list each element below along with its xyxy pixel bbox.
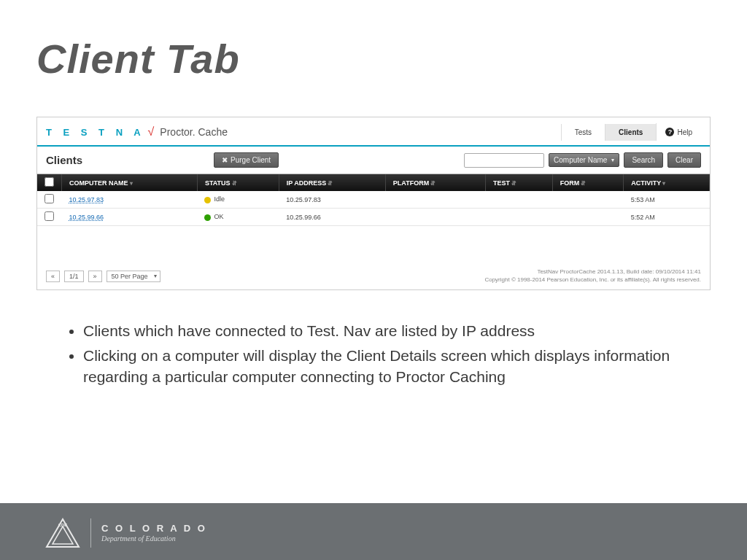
col-form-label: FORM bbox=[560, 179, 580, 187]
status-dot-icon bbox=[204, 214, 211, 221]
col-status-label: STATUS bbox=[205, 179, 231, 187]
meta-line1: TestNav ProctorCache 2014.1.13, Build da… bbox=[484, 268, 701, 276]
logo-text: T E S T N A bbox=[46, 127, 145, 138]
app-header: T E S T N A √ Proctor. Cache Tests Clien… bbox=[37, 117, 710, 147]
status-label: Idle bbox=[214, 195, 225, 203]
footer-logo: CDE C O L O R A D O Department of Educat… bbox=[45, 518, 207, 548]
cell-ip: 10.25.99.66 bbox=[279, 209, 385, 226]
filter-selected-label: Computer Name bbox=[554, 156, 607, 164]
bullet-item: Clicking on a computer will display the … bbox=[83, 346, 686, 387]
pager: « 1/1 » 50 Per Page bbox=[46, 271, 160, 282]
filter-select[interactable]: Computer Name ▾ bbox=[549, 153, 619, 167]
purge-client-button[interactable]: ✖ Purge Client bbox=[214, 152, 279, 168]
col-test[interactable]: TEST⇵ bbox=[485, 174, 552, 191]
footer-dept: Department of Education bbox=[101, 534, 207, 542]
app-logo: T E S T N A √ Proctor. Cache bbox=[46, 125, 228, 139]
nav-help[interactable]: ? Help bbox=[656, 123, 701, 141]
cell-ip: 10.25.97.83 bbox=[279, 191, 385, 209]
col-form[interactable]: FORM⇵ bbox=[552, 174, 624, 191]
row-checkbox[interactable] bbox=[44, 211, 54, 221]
svg-marker-1 bbox=[53, 526, 73, 544]
nav-clients[interactable]: Clients bbox=[605, 124, 656, 141]
bullet-item: Clients which have connected to Test. Na… bbox=[83, 321, 686, 341]
meta-line2: Copyright © 1998-2014 Pearson Education,… bbox=[484, 276, 701, 284]
cell-activity: 5:53 AM bbox=[624, 191, 710, 209]
status-dot-icon bbox=[204, 197, 211, 203]
col-platform[interactable]: PLATFORM⇵ bbox=[385, 174, 485, 191]
product-name: Proctor. Cache bbox=[160, 126, 228, 138]
cde-logo-icon: CDE bbox=[45, 518, 80, 548]
col-activity-label: ACTIVITY bbox=[631, 179, 661, 187]
clear-button[interactable]: Clear bbox=[667, 152, 701, 168]
svg-text:CDE: CDE bbox=[58, 523, 68, 527]
slide-footer-bar: CDE C O L O R A D O Department of Educat… bbox=[0, 503, 747, 560]
page-title: Clients bbox=[46, 154, 82, 166]
col-status[interactable]: STATUS⇵ bbox=[197, 174, 279, 191]
cell-test bbox=[485, 191, 552, 209]
table-row[interactable]: 10.25.99.66 OK 10.25.99.66 5:52 AM bbox=[37, 209, 710, 226]
header-nav: Tests Clients ? Help bbox=[561, 123, 701, 141]
table-header-row: COMPUTER NAME▾ STATUS⇵ IP ADDRESS⇵ PLATF… bbox=[37, 174, 710, 191]
screenshot-footer: « 1/1 » 50 Per Page TestNav ProctorCache… bbox=[46, 268, 701, 284]
footer-state: C O L O R A D O bbox=[101, 524, 207, 534]
purge-client-label: Purge Client bbox=[231, 156, 271, 164]
nav-help-label: Help bbox=[677, 128, 692, 136]
search-input[interactable] bbox=[464, 153, 544, 168]
col-ip[interactable]: IP ADDRESS⇵ bbox=[279, 174, 385, 191]
status-label: OK bbox=[214, 213, 223, 220]
screenshot-panel: T E S T N A √ Proctor. Cache Tests Clien… bbox=[36, 117, 711, 290]
client-link[interactable]: 10.25.99.66 bbox=[69, 214, 104, 221]
clients-table: COMPUTER NAME▾ STATUS⇵ IP ADDRESS⇵ PLATF… bbox=[37, 174, 710, 226]
slide-bullets: Clients which have connected to Test. Na… bbox=[58, 321, 686, 392]
close-icon: ✖ bbox=[222, 156, 228, 164]
cell-form bbox=[552, 191, 624, 209]
col-test-label: TEST bbox=[493, 179, 510, 187]
per-page-select[interactable]: 50 Per Page bbox=[107, 271, 160, 282]
pager-prev[interactable]: « bbox=[46, 271, 60, 282]
col-platform-label: PLATFORM bbox=[393, 179, 429, 187]
select-all-checkbox[interactable] bbox=[44, 177, 54, 187]
build-meta: TestNav ProctorCache 2014.1.13, Build da… bbox=[484, 268, 701, 284]
table-row[interactable]: 10.25.97.83 Idle 10.25.97.83 5:53 AM bbox=[37, 191, 710, 209]
col-computer[interactable]: COMPUTER NAME▾ bbox=[62, 174, 198, 191]
pager-next[interactable]: » bbox=[88, 271, 102, 282]
col-checkbox[interactable] bbox=[37, 174, 62, 191]
row-checkbox[interactable] bbox=[44, 194, 54, 203]
nav-tests[interactable]: Tests bbox=[561, 124, 605, 141]
cell-activity: 5:52 AM bbox=[624, 209, 710, 226]
cell-platform bbox=[385, 209, 485, 226]
client-link[interactable]: 10.25.97.83 bbox=[69, 196, 104, 203]
cell-platform bbox=[385, 191, 485, 209]
search-button[interactable]: Search bbox=[624, 152, 663, 168]
logo-check-icon: √ bbox=[148, 125, 155, 139]
slide-title: Client Tab bbox=[36, 35, 240, 82]
cell-test bbox=[485, 209, 552, 226]
chevron-down-icon: ▾ bbox=[611, 157, 614, 163]
toolbar: Clients ✖ Purge Client Computer Name ▾ S… bbox=[37, 147, 710, 174]
col-ip-label: IP ADDRESS bbox=[287, 179, 327, 187]
cell-form bbox=[552, 209, 624, 226]
pager-current: 1/1 bbox=[64, 271, 84, 282]
col-computer-label: COMPUTER NAME bbox=[69, 179, 128, 187]
footer-separator bbox=[90, 518, 91, 548]
help-icon: ? bbox=[665, 128, 674, 136]
footer-text: C O L O R A D O Department of Education bbox=[101, 524, 207, 542]
col-activity[interactable]: ACTIVITY▾ bbox=[624, 174, 710, 191]
